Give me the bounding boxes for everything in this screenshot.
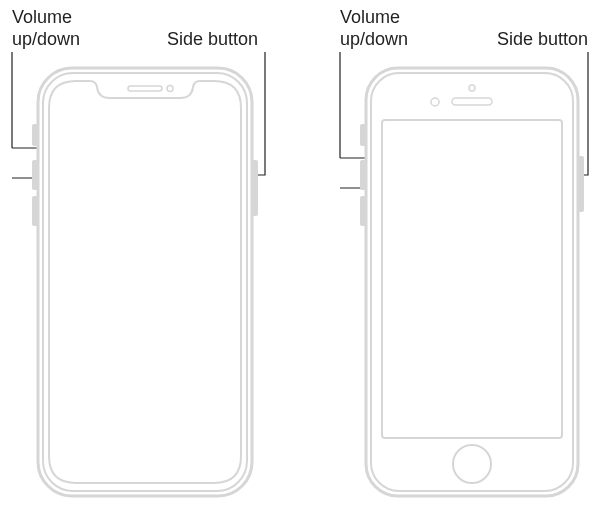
phone-home-button xyxy=(360,64,584,504)
label-volume-phone2: Volume up/down xyxy=(340,6,408,50)
label-volume-phone1: Volume up/down xyxy=(12,6,80,50)
svg-rect-2 xyxy=(366,68,578,496)
label-side-phone1: Side button xyxy=(167,28,258,50)
diagram-stage: Volume up/down Side button Volume up/dow… xyxy=(0,0,600,514)
svg-rect-0 xyxy=(38,68,252,496)
label-side-phone2: Side button xyxy=(497,28,588,50)
phone-notch xyxy=(30,64,260,504)
